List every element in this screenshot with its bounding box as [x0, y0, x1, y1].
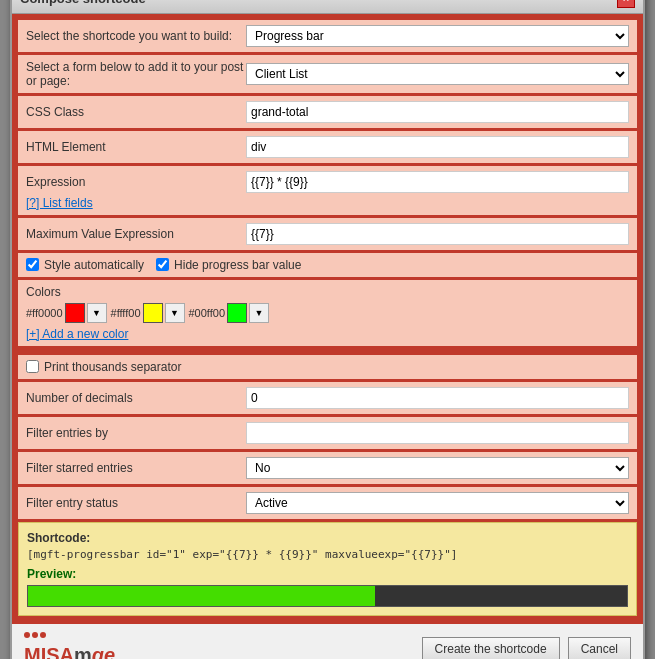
- color-swatch-3[interactable]: [227, 303, 247, 323]
- html-element-label: HTML Element: [26, 140, 246, 154]
- css-class-label: CSS Class: [26, 105, 246, 119]
- color-options-2[interactable]: ▼: [165, 303, 185, 323]
- max-value-label: Maximum Value Expression: [26, 227, 246, 241]
- filter-starred-label: Filter starred entries: [26, 461, 246, 475]
- colors-title: Colors: [26, 285, 629, 299]
- filter-starred-select[interactable]: No: [246, 457, 629, 479]
- logo: MISAmge: [24, 632, 115, 660]
- cancel-button[interactable]: Cancel: [568, 637, 631, 659]
- content-area: Select the shortcode you want to build: …: [12, 14, 643, 622]
- decimals-input[interactable]: [246, 387, 629, 409]
- form-select-row: Select a form below to add it to your po…: [18, 55, 637, 93]
- css-class-row: CSS Class: [18, 96, 637, 128]
- logo-text: MISAmge: [24, 644, 115, 660]
- color-swatch-2[interactable]: [143, 303, 163, 323]
- footer-buttons: Create the shortcode Cancel: [422, 637, 631, 659]
- style-auto-label: Style automatically: [44, 258, 144, 272]
- dialog-title: Compose shortcode: [20, 0, 146, 6]
- decimals-row: Number of decimals: [18, 382, 637, 414]
- logo-dot-1: [24, 632, 30, 638]
- filter-starred-row: Filter starred entries No: [18, 452, 637, 484]
- color-item-1: #ff0000 ▼: [26, 303, 107, 323]
- filter-entries-input[interactable]: [246, 422, 629, 444]
- preview-label: Preview:: [27, 567, 628, 581]
- decimals-label: Number of decimals: [26, 391, 246, 405]
- html-element-input[interactable]: [246, 136, 629, 158]
- checkboxes-row: Style automatically Hide progress bar va…: [18, 253, 637, 277]
- shortcode-section: Shortcode: [mgft-progressbar id="1" exp=…: [18, 522, 637, 616]
- color-swatch-1[interactable]: [65, 303, 85, 323]
- color-item-3: #00ff00 ▼: [189, 303, 270, 323]
- color-text-1: #ff0000: [26, 307, 63, 319]
- filter-entries-label: Filter entries by: [26, 426, 246, 440]
- progress-bar-preview: [27, 585, 628, 607]
- create-shortcode-button[interactable]: Create the shortcode: [422, 637, 560, 659]
- title-bar: Compose shortcode ×: [12, 0, 643, 14]
- footer: MISAmge Create the shortcode Cancel: [12, 622, 643, 660]
- shortcode-type-select[interactable]: Progress bar: [246, 25, 629, 47]
- colors-section: Colors #ff0000 ▼ #ffff00 ▼ #00ff00: [18, 280, 637, 346]
- filter-status-row: Filter entry status Active: [18, 487, 637, 519]
- color-text-2: #ffff00: [111, 307, 141, 319]
- css-class-input[interactable]: [246, 101, 629, 123]
- logo-area: MISAmge: [24, 632, 115, 660]
- print-thousands-label: Print thousands separator: [44, 360, 181, 374]
- color-text-3: #00ff00: [189, 307, 226, 319]
- filter-entries-row: Filter entries by: [18, 417, 637, 449]
- colors-row: #ff0000 ▼ #ffff00 ▼ #00ff00 ▼: [26, 303, 629, 323]
- logo-dot-3: [40, 632, 46, 638]
- max-value-row: Maximum Value Expression: [18, 218, 637, 250]
- expression-row: Expression [?] List fields: [18, 166, 637, 215]
- shortcode-code: [mgft-progressbar id="1" exp="{{7}} * {{…: [27, 548, 628, 561]
- hide-progress-label: Hide progress bar value: [174, 258, 301, 272]
- max-value-input[interactable]: [246, 223, 629, 245]
- list-fields-link[interactable]: [?] List fields: [26, 196, 93, 210]
- color-options-1[interactable]: ▼: [87, 303, 107, 323]
- shortcode-select-row: Select the shortcode you want to build: …: [18, 20, 637, 52]
- color-item-2: #ffff00 ▼: [111, 303, 185, 323]
- shortcode-select-label: Select the shortcode you want to build:: [26, 29, 246, 43]
- compose-shortcode-dialog: Compose shortcode × Select the shortcode…: [10, 0, 645, 659]
- shortcode-label: Shortcode:: [27, 531, 628, 545]
- color-options-3[interactable]: ▼: [249, 303, 269, 323]
- style-auto-checkbox[interactable]: [26, 258, 39, 271]
- add-color-link[interactable]: [+] Add a new color: [26, 327, 128, 341]
- filter-status-label: Filter entry status: [26, 496, 246, 510]
- expression-input[interactable]: [246, 171, 629, 193]
- form-select[interactable]: Client List: [246, 63, 629, 85]
- form-select-label: Select a form below to add it to your po…: [26, 60, 246, 88]
- hide-progress-checkbox[interactable]: [156, 258, 169, 271]
- progress-bar-fill: [28, 586, 375, 606]
- section-divider-1: [18, 349, 637, 353]
- print-thousands-row: Print thousands separator: [18, 355, 637, 379]
- filter-status-select[interactable]: Active: [246, 492, 629, 514]
- print-thousands-checkbox[interactable]: [26, 360, 39, 373]
- html-element-row: HTML Element: [18, 131, 637, 163]
- expression-label: Expression: [26, 175, 246, 189]
- logo-dot-2: [32, 632, 38, 638]
- logo-dots: [24, 632, 115, 638]
- close-button[interactable]: ×: [617, 0, 635, 8]
